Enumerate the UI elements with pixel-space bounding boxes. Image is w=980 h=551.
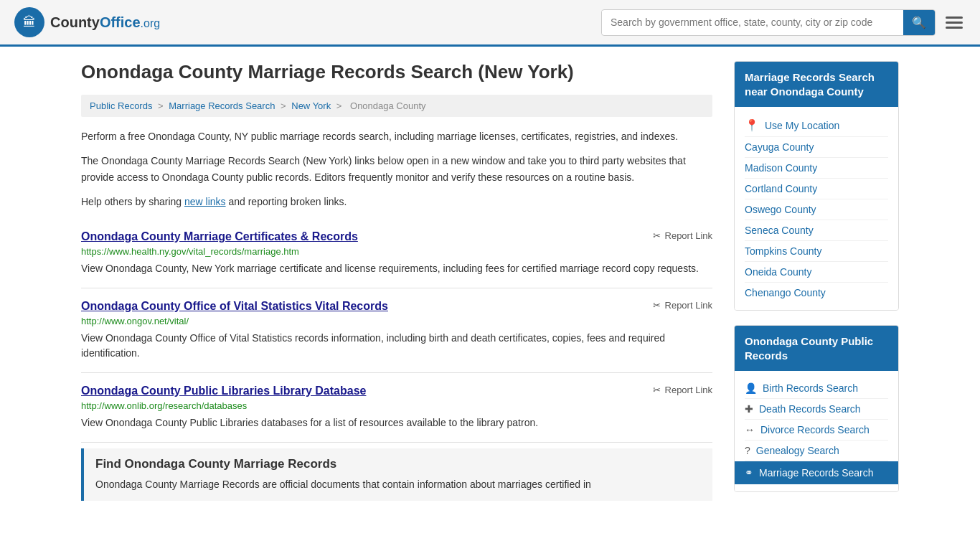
sidebar: Marriage Records Search near Onondaga Co… — [734, 61, 899, 507]
breadcrumb-current: Onondaga County — [350, 100, 426, 111]
breadcrumb-public-records[interactable]: Public Records — [90, 100, 152, 111]
record-item-1-header: Onondaga County Office of Vital Statisti… — [81, 300, 712, 313]
record-desc-2: View Onondaga County Public Libraries da… — [81, 415, 712, 430]
record-url-2: http://www.onlib.org/research/databases — [81, 400, 712, 411]
logo-area: 🏛 CountyOffice.org — [14, 7, 160, 37]
sidebar-county-oswego[interactable]: Oswego County — [745, 199, 888, 220]
use-my-location-link[interactable]: Use My Location — [765, 120, 839, 131]
report-link-label-1: Report Link — [665, 300, 712, 311]
search-input[interactable] — [602, 11, 903, 34]
search-area: 🔍 — [601, 9, 966, 36]
search-icon: 🔍 — [912, 17, 926, 29]
sidebar-county-seneca[interactable]: Seneca County — [745, 220, 888, 241]
seneca-county-link[interactable]: Seneca County — [745, 225, 814, 236]
scissors-icon-2: ✂ — [653, 385, 661, 395]
breadcrumb-new-york[interactable]: New York — [291, 100, 331, 111]
search-box: 🔍 — [601, 9, 936, 36]
nearby-box-title: Marriage Records Search near Onondaga Co… — [735, 62, 898, 107]
description-3: Help others by sharing new links and rep… — [81, 194, 712, 209]
sidebar-county-oneida[interactable]: Oneida County — [745, 262, 888, 283]
description-2: The Onondaga County Marriage Records Sea… — [81, 153, 712, 185]
menu-button[interactable] — [943, 14, 966, 32]
main-container: Onondaga County Marriage Records Search … — [67, 47, 913, 521]
report-link-2[interactable]: ✂ Report Link — [653, 385, 712, 395]
record-link-1[interactable]: Onondaga County Office of Vital Statisti… — [81, 300, 388, 313]
record-link-2[interactable]: Onondaga County Public Libraries Library… — [81, 385, 366, 397]
record-item-0: Onondaga County Marriage Certificates & … — [81, 219, 712, 288]
record-item-2: Onondaga County Public Libraries Library… — [81, 373, 712, 443]
new-links-link[interactable]: new links — [184, 196, 226, 207]
report-link-1[interactable]: ✂ Report Link — [653, 300, 712, 311]
sidebar-marriage-records[interactable]: ⚭ Marriage Records Search — [735, 461, 898, 484]
cortland-county-link[interactable]: Cortland County — [745, 183, 817, 194]
oswego-county-link[interactable]: Oswego County — [745, 204, 816, 215]
tompkins-county-link[interactable]: Tompkins County — [745, 245, 821, 257]
find-section-desc: Onondaga County Marriage Records are off… — [95, 477, 701, 492]
record-link-0[interactable]: Onondaga County Marriage Certificates & … — [81, 230, 358, 243]
breadcrumb: Public Records > Marriage Records Search… — [81, 95, 712, 117]
location-pin-icon: 📍 — [745, 118, 759, 132]
menu-line-3 — [946, 27, 963, 29]
record-desc-0: View Onondaga County, New York marriage … — [81, 261, 712, 276]
description-1: Perform a free Onondaga County, NY publi… — [81, 128, 712, 144]
sidebar-county-chenango[interactable]: Chenango County — [745, 283, 888, 303]
heart-icon: ⚭ — [745, 467, 753, 479]
sidebar-death-records[interactable]: ✚ Death Records Search — [745, 399, 888, 420]
genealogy-search-link[interactable]: Genealogy Search — [756, 445, 839, 456]
record-item-0-header: Onondaga County Marriage Certificates & … — [81, 230, 712, 243]
logo-text: CountyOffice.org — [50, 14, 160, 31]
menu-line-2 — [946, 22, 963, 24]
death-records-link[interactable]: Death Records Search — [759, 403, 861, 415]
madison-county-link[interactable]: Madison County — [745, 162, 817, 174]
record-item-1: Onondaga County Office of Vital Statisti… — [81, 288, 712, 373]
use-my-location-item[interactable]: 📍 Use My Location — [745, 114, 888, 137]
scissors-icon-1: ✂ — [653, 300, 661, 311]
oneida-county-link[interactable]: Oneida County — [745, 266, 811, 278]
record-url-1: http://www.ongov.net/vital/ — [81, 316, 712, 326]
find-section-title: Find Onondaga County Marriage Records — [95, 457, 701, 471]
marriage-records-link[interactable]: Marriage Records Search — [759, 467, 874, 479]
birth-records-link[interactable]: Birth Records Search — [763, 382, 858, 394]
sidebar-divorce-records[interactable]: ↔ Divorce Records Search — [745, 420, 888, 441]
logo-icon: 🏛 — [14, 7, 44, 37]
menu-line-1 — [946, 17, 963, 19]
scissors-icon-0: ✂ — [653, 230, 661, 241]
record-url-0: https://www.health.ny.gov/vital_records/… — [81, 246, 712, 257]
sidebar-county-tompkins[interactable]: Tompkins County — [745, 241, 888, 262]
search-button[interactable]: 🔍 — [903, 10, 935, 35]
nearby-box: Marriage Records Search near Onondaga Co… — [734, 61, 899, 311]
breadcrumb-sep-3: > — [336, 100, 344, 111]
chenango-county-link[interactable]: Chenango County — [745, 287, 826, 298]
sidebar-county-madison[interactable]: Madison County — [745, 158, 888, 179]
breadcrumb-sep-1: > — [158, 100, 166, 111]
person-icon: 👤 — [745, 382, 757, 394]
cayuga-county-link[interactable]: Cayuga County — [745, 141, 814, 153]
question-icon: ? — [745, 445, 750, 456]
divorce-records-link[interactable]: Divorce Records Search — [760, 424, 870, 435]
arrows-icon: ↔ — [745, 424, 755, 435]
header: 🏛 CountyOffice.org 🔍 — [0, 0, 980, 47]
record-desc-1: View Onondaga County Office of Vital Sta… — [81, 331, 712, 361]
report-link-label-2: Report Link — [665, 385, 712, 395]
sidebar-county-cayuga[interactable]: Cayuga County — [745, 137, 888, 158]
breadcrumb-sep-2: > — [281, 100, 288, 111]
report-link-0[interactable]: ✂ Report Link — [653, 230, 712, 241]
content-area: Onondaga County Marriage Records Search … — [81, 61, 712, 507]
sidebar-birth-records[interactable]: 👤 Birth Records Search — [745, 378, 888, 399]
sidebar-genealogy-search[interactable]: ? Genealogy Search — [745, 441, 888, 461]
cross-icon: ✚ — [745, 403, 753, 415]
sidebar-county-cortland[interactable]: Cortland County — [745, 179, 888, 199]
record-item-2-header: Onondaga County Public Libraries Library… — [81, 385, 712, 397]
find-section: Find Onondaga County Marriage Records On… — [81, 448, 712, 501]
public-records-box: Onondaga County Public Records 👤 Birth R… — [734, 325, 899, 492]
breadcrumb-marriage-records-search[interactable]: Marriage Records Search — [169, 100, 275, 111]
public-records-box-title: Onondaga County Public Records — [735, 326, 898, 371]
description-3-pre: Help others by sharing — [81, 196, 184, 207]
report-link-label-0: Report Link — [665, 230, 712, 241]
nearby-box-content: 📍 Use My Location Cayuga County Madison … — [735, 107, 898, 310]
description-3-post: and reporting broken links. — [226, 196, 347, 207]
page-title: Onondaga County Marriage Records Search … — [81, 61, 712, 83]
public-records-box-content: 👤 Birth Records Search ✚ Death Records S… — [735, 371, 898, 491]
